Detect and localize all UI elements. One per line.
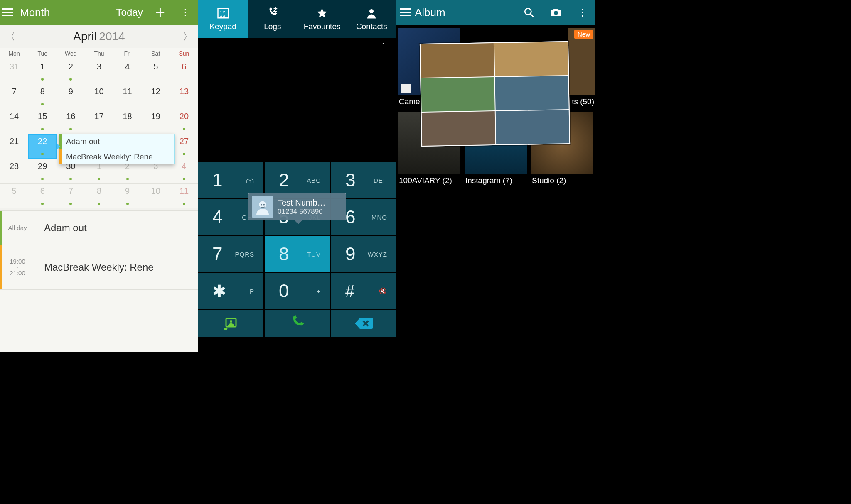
agenda-list: All day Adam out 19:00-21:00 MacBreak We… xyxy=(0,210,198,352)
calendar-day[interactable]: 1 xyxy=(28,59,57,84)
calendar-day[interactable]: 29 xyxy=(28,159,57,183)
tab-contacts[interactable]: Contacts xyxy=(347,0,396,38)
calendar-day[interactable]: 31 xyxy=(0,59,28,84)
dial-key-✱[interactable]: ✱P xyxy=(198,273,263,309)
video-call-icon xyxy=(223,317,239,330)
popup-event[interactable]: MacBreak Weekly: Rene xyxy=(59,149,174,164)
camera-icon xyxy=(550,7,562,17)
calendar-header: Month Today + ⋮ xyxy=(0,0,198,25)
voicemail-icon: ⌂⌂ xyxy=(246,176,253,185)
dial-key-7[interactable]: 7PQRS xyxy=(198,236,263,272)
tab-favourites[interactable]: Favourites xyxy=(298,0,347,38)
dial-action-row xyxy=(198,310,396,337)
calendar-day[interactable]: 21 xyxy=(0,134,28,159)
tab-logs[interactable]: Logs xyxy=(248,0,297,38)
album-screenshots[interactable]: New ts (50) xyxy=(568,28,595,95)
calendar-day[interactable]: 7 xyxy=(57,183,85,208)
calendar-day[interactable]: 3 xyxy=(85,59,113,84)
calendar-day[interactable]: 7 xyxy=(0,84,28,109)
today-button[interactable]: Today xyxy=(116,7,143,18)
calendar-day[interactable]: 5 xyxy=(0,183,28,208)
video-call-button[interactable] xyxy=(198,310,263,337)
dow-label: Wed xyxy=(57,48,85,59)
svg-point-3 xyxy=(369,9,374,13)
svg-point-6 xyxy=(259,201,266,208)
calendar-day[interactable]: 18 xyxy=(113,109,142,134)
album-preview-stack[interactable] xyxy=(420,41,570,147)
calendar-day[interactable]: 12 xyxy=(142,84,170,109)
dial-key-8[interactable]: 8TUV xyxy=(265,236,330,272)
search-button[interactable] xyxy=(516,7,542,18)
menu-icon[interactable] xyxy=(396,8,415,17)
calendar-day[interactable]: 6 xyxy=(170,59,198,84)
calendar-day[interactable]: 17 xyxy=(85,109,113,134)
month-selector: 〈 April 2014 〉 xyxy=(0,25,198,48)
calendar-day[interactable]: 4 xyxy=(113,59,142,84)
add-event-button[interactable]: + xyxy=(150,3,170,22)
contact-icon xyxy=(365,7,378,20)
calendar-day[interactable]: 22 xyxy=(28,134,57,159)
day-of-week-row: MonTueWedThuFriSatSun xyxy=(0,48,198,59)
calendar-day[interactable]: 19 xyxy=(142,109,170,134)
dial-key-9[interactable]: 9WXYZ xyxy=(331,236,396,272)
phone-icon xyxy=(289,315,306,332)
event-time: All day xyxy=(2,211,32,245)
overflow-menu-icon[interactable]: ⋮ xyxy=(173,7,198,18)
popup-event[interactable]: Adam out xyxy=(59,134,174,149)
dialer-tabs: 1 23 4 Keypad Logs Favourites Contacts xyxy=(198,0,396,38)
calendar-day[interactable]: 11 xyxy=(170,183,198,208)
month-label: April xyxy=(73,30,96,43)
camera-badge-icon xyxy=(401,84,411,93)
svg-point-11 xyxy=(554,11,558,15)
calendar-day[interactable]: 15 xyxy=(28,109,57,134)
calendar-day[interactable]: 2 xyxy=(57,59,85,84)
dow-label: Thu xyxy=(85,48,113,59)
calendar-day[interactable]: 10 xyxy=(142,183,170,208)
svg-point-7 xyxy=(261,204,262,205)
calendar-day[interactable]: 11 xyxy=(113,84,142,109)
album-label: Studio (2) xyxy=(532,176,566,185)
agenda-item[interactable]: All day Adam out xyxy=(0,211,198,245)
overflow-menu-icon[interactable]: ⋮ xyxy=(570,7,595,18)
calendar-day[interactable]: 10 xyxy=(85,84,113,109)
dial-key-0[interactable]: 0+ xyxy=(265,273,330,309)
dial-key-#[interactable]: #🔇 xyxy=(331,273,396,309)
dow-label: Sat xyxy=(142,48,170,59)
event-time: 19:00-21:00 xyxy=(2,245,32,289)
day-events-popup[interactable]: Adam out MacBreak Weekly: Rene xyxy=(59,134,175,164)
star-icon xyxy=(316,7,328,20)
avatar-icon xyxy=(252,196,273,218)
dial-keypad: 1⌂⌂2ABC3DEF4GHI5JKL6MNO7PQRS8TUV9WXYZ✱P0… xyxy=(198,162,396,309)
calendar-day[interactable]: 14 xyxy=(0,109,28,134)
calendar-day[interactable]: 20 xyxy=(170,109,198,134)
calendar-day[interactable]: 8 xyxy=(28,84,57,109)
backspace-icon xyxy=(354,316,374,330)
calendar-day[interactable]: 9 xyxy=(57,84,85,109)
calendar-day[interactable]: 8 xyxy=(85,183,113,208)
calendar-day[interactable]: 16 xyxy=(57,109,85,134)
calendar-day[interactable]: 5 xyxy=(142,59,170,84)
dialer-submenu[interactable]: ⋮ xyxy=(198,38,396,53)
svg-point-8 xyxy=(263,204,265,205)
gallery-title[interactable]: Album xyxy=(415,6,445,19)
calendar-view-label[interactable]: Month xyxy=(20,6,50,19)
agenda-item[interactable]: 19:00-21:00 MacBreak Weekly: Rene xyxy=(0,245,198,290)
calendar-day[interactable]: 9 xyxy=(113,183,142,208)
number-display xyxy=(198,53,396,162)
camera-button[interactable] xyxy=(542,7,570,17)
dow-label: Fri xyxy=(113,48,142,59)
call-button[interactable] xyxy=(265,310,330,337)
calendar-day[interactable]: 6 xyxy=(28,183,57,208)
calendar-day[interactable]: 28 xyxy=(0,159,28,183)
prev-month-button[interactable]: 〈 xyxy=(0,25,21,48)
menu-icon[interactable] xyxy=(2,8,16,17)
next-month-button[interactable]: 〉 xyxy=(177,25,198,48)
dow-label: Mon xyxy=(0,48,28,59)
calendar-day[interactable]: 13 xyxy=(170,84,198,109)
tab-keypad[interactable]: 1 23 4 Keypad xyxy=(198,0,248,38)
dow-label: Sun xyxy=(170,48,198,59)
backspace-button[interactable] xyxy=(331,310,396,337)
suggestion-phone: 01234 567890 xyxy=(278,208,326,216)
year-label: 2014 xyxy=(99,30,125,43)
contact-suggestion-tooltip[interactable]: Test Numb… 01234 567890 xyxy=(248,193,346,220)
